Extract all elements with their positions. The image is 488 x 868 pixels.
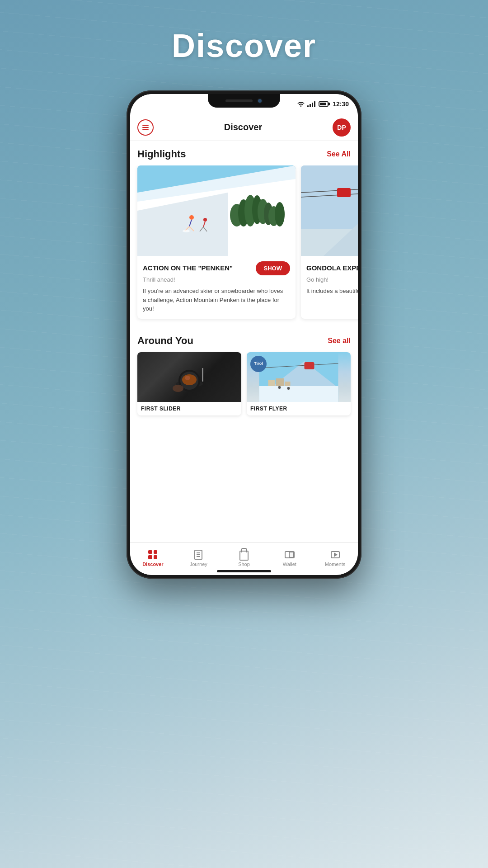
nav-item-shop[interactable]: Shop: [221, 546, 267, 571]
header-title: Discover: [224, 122, 263, 132]
svg-rect-42: [276, 378, 284, 386]
gondola-image: [301, 165, 358, 256]
shop-nav-icon: [238, 550, 250, 560]
wifi-icon: [297, 101, 305, 107]
shop-icon: [239, 551, 249, 561]
avatar-button[interactable]: DP: [333, 118, 351, 137]
around-you-grid: FIRST SLIDER: [130, 352, 358, 423]
moments-nav-icon: [329, 550, 342, 560]
highlights-section: Highlights See All: [130, 141, 358, 324]
play-triangle-icon: [334, 552, 338, 557]
nav-item-journey[interactable]: Journey: [176, 546, 221, 571]
journey-nav-icon: [192, 550, 205, 560]
svg-rect-25: [337, 188, 351, 197]
svg-point-20: [183, 230, 190, 232]
nav-item-discover[interactable]: Discover: [130, 546, 176, 571]
around-you-header: Around You See all: [130, 328, 358, 352]
svg-rect-40: [305, 362, 314, 369]
phone-inner: 12:30 Discover DP: [130, 94, 358, 575]
nav-label-shop: Shop: [238, 561, 250, 567]
nav-label-discover: Discover: [142, 561, 163, 567]
around-card-first-slider-label: FIRST SLIDER: [137, 402, 241, 415]
home-indicator[interactable]: [217, 570, 271, 572]
highlight-card-penken-desc: If you're an advanced skier or snowboard…: [143, 287, 286, 313]
highlight-card-gondola[interactable]: GONDOLA EXPERIENCE SHOW Go high! It incl…: [301, 165, 358, 319]
journey-icon: [194, 550, 202, 560]
highlights-scroll[interactable]: ACTION ON THE "PENKEN" SHOW Thrill ahead…: [130, 165, 358, 324]
camera: [257, 98, 263, 104]
app-content[interactable]: Highlights See All: [130, 141, 358, 542]
wallet-nav-icon: [283, 550, 296, 560]
around-card-first-flyer-label: FIRST FLYER: [247, 402, 351, 415]
around-you-title: Around You: [137, 335, 193, 347]
svg-rect-41: [268, 380, 275, 386]
grid-icon: [148, 550, 157, 559]
highlight-card-penken-title: ACTION ON THE "PENKEN": [143, 264, 233, 272]
highlight-show-button[interactable]: SHOW: [256, 261, 290, 275]
around-card-food-image: [137, 352, 241, 402]
gondola-title-row: GONDOLA EXPERIENCE SHOW: [306, 261, 358, 275]
highlight-card-gondola-image: [301, 165, 358, 256]
highlights-see-all[interactable]: See All: [327, 150, 351, 158]
highlight-card-gondola-title: GONDOLA EXPERIENCE: [306, 264, 358, 272]
nav-item-moments[interactable]: Moments: [312, 546, 358, 571]
ski-slope-image: [137, 165, 296, 256]
svg-point-45: [287, 387, 290, 390]
notch: [208, 94, 280, 108]
highlight-card-penken-image: [137, 165, 296, 256]
highlight-card-gondola-subtitle: Go high!: [306, 276, 358, 283]
around-card-first-flyer[interactable]: Tirol FIRST FLYER: [247, 352, 351, 415]
highlight-card-gondola-desc: It includes a beautiful view in the moun…: [306, 287, 358, 296]
highlight-card-gondola-body: GONDOLA EXPERIENCE SHOW Go high! It incl…: [301, 256, 358, 301]
svg-point-12: [189, 215, 194, 220]
svg-point-32: [182, 374, 197, 385]
svg-rect-43: [285, 382, 291, 386]
around-card-resort-image: Tirol: [247, 352, 351, 402]
avatar-initials: DP: [337, 124, 346, 131]
status-time: 12:30: [333, 100, 349, 108]
menu-button[interactable]: [137, 119, 154, 136]
resort-image: Tirol: [247, 352, 351, 402]
speaker: [225, 99, 253, 102]
nav-label-wallet: Wallet: [283, 561, 296, 567]
tirol-badge: Tirol: [250, 356, 267, 372]
phone-frame: 12:30 Discover DP: [127, 90, 361, 579]
around-you-see-all[interactable]: See all: [328, 337, 351, 345]
battery-icon: [319, 101, 328, 107]
phone-screen: 12:30 Discover DP: [130, 94, 358, 575]
svg-point-33: [185, 376, 190, 380]
svg-rect-37: [259, 386, 338, 402]
nav-item-wallet[interactable]: Wallet: [267, 546, 312, 571]
page-bg-title: Discover: [0, 27, 488, 64]
app-header: Discover DP: [130, 114, 358, 141]
svg-point-11: [275, 202, 285, 226]
highlights-title: Highlights: [137, 148, 186, 160]
highlight-card-penken-subtitle: Thrill ahead!: [143, 276, 290, 283]
svg-point-44: [278, 386, 281, 389]
highlight-card-penken[interactable]: ACTION ON THE "PENKEN" SHOW Thrill ahead…: [137, 165, 296, 319]
nav-label-journey: Journey: [190, 561, 207, 567]
highlight-card-body: ACTION ON THE "PENKEN" SHOW Thrill ahead…: [137, 256, 296, 319]
status-icons: 12:30: [297, 100, 349, 108]
svg-point-16: [203, 218, 207, 222]
svg-rect-34: [202, 368, 203, 382]
nav-label-moments: Moments: [325, 561, 345, 567]
card-title-row: ACTION ON THE "PENKEN" SHOW: [143, 261, 290, 275]
menu-icon: [142, 125, 149, 130]
around-card-first-slider[interactable]: FIRST SLIDER: [137, 352, 241, 415]
discover-nav-icon: [146, 550, 159, 560]
wallet-icon: [285, 551, 295, 558]
food-image: [137, 352, 241, 402]
highlights-header: Highlights See All: [130, 141, 358, 165]
around-you-section: Around You See all: [130, 324, 358, 423]
signal-icon: [307, 101, 315, 107]
svg-point-35: [173, 385, 183, 392]
moments-icon: [331, 551, 340, 558]
